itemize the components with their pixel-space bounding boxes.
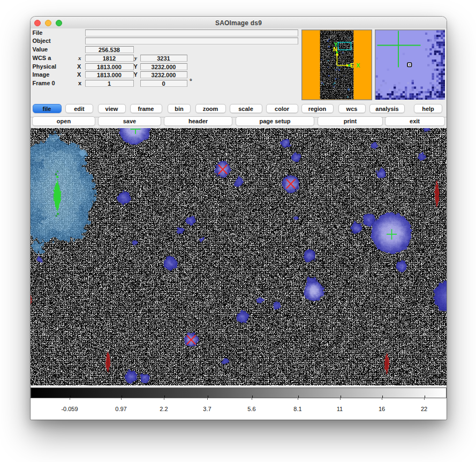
svg-text:E: E (350, 62, 354, 68)
svg-text:N: N (333, 46, 337, 53)
svg-text:X: X (356, 62, 360, 68)
